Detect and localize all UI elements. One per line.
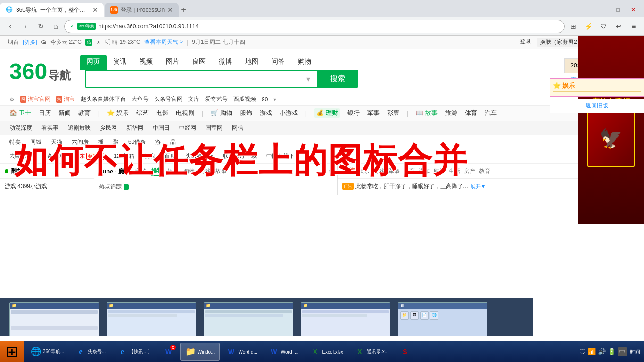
site-link-kanshi[interactable]: 看实事 bbox=[41, 124, 58, 132]
taskbar-item-news[interactable]: e 【快讯...】 bbox=[112, 343, 157, 361]
preview-e-drive[interactable]: 📁 文档 (E:) bbox=[204, 302, 293, 336]
preview-f-drive[interactable]: 📁 娱乐 (F:) bbox=[301, 302, 390, 336]
close-button[interactable]: ✕ bbox=[626, 5, 640, 15]
maximize-button[interactable]: □ bbox=[611, 5, 625, 15]
extensions-button[interactable]: ⊞ bbox=[567, 20, 580, 33]
quick-iqiyi[interactable]: 爱奇艺号 bbox=[205, 95, 228, 103]
forecast-link[interactable]: 查看本周天气 > bbox=[144, 38, 183, 46]
menu-button[interactable]: ≡ bbox=[627, 20, 640, 33]
nav-tv[interactable]: 电视剧 bbox=[176, 109, 194, 117]
search-tab-weibo[interactable]: 微博 bbox=[212, 55, 239, 70]
tray-battery-icon[interactable]: 🔋 bbox=[608, 348, 616, 355]
refresh-button[interactable]: ↻ bbox=[34, 20, 47, 33]
panel-cube-item[interactable]: 热点追踪 + bbox=[99, 183, 332, 191]
taskbar-item-toutiao[interactable]: e 头条号... bbox=[70, 343, 111, 361]
start-button[interactable]: ⊞ bbox=[0, 341, 24, 362]
taskbar-item-sogou[interactable]: S bbox=[395, 343, 415, 361]
preview-c-drive[interactable]: 📁 系统 (C:) bbox=[9, 302, 99, 336]
quick-90[interactable]: 90 bbox=[262, 96, 268, 103]
nav-calendar[interactable]: 日历 bbox=[39, 109, 51, 117]
site-link-dongman[interactable]: 动漫深度 bbox=[9, 124, 32, 132]
site-link-wangxin[interactable]: 网信 bbox=[232, 124, 243, 132]
taskbar-item-excel1[interactable]: X Excel.xlsx bbox=[305, 343, 348, 361]
settings-icon[interactable]: ⚙ bbox=[9, 96, 15, 103]
taskbar-item-explorer[interactable]: 📁 Windo... bbox=[180, 343, 220, 361]
nav-variety[interactable]: 综艺 bbox=[136, 109, 149, 117]
site-link-zhongguo[interactable]: 中国日 bbox=[153, 124, 170, 132]
forward-button[interactable]: › bbox=[19, 20, 32, 33]
nav-education[interactable]: 教育 bbox=[78, 109, 91, 117]
tray-shield-icon[interactable]: 🛡 bbox=[579, 348, 586, 355]
sidebar-return-old[interactable]: 返回旧版 bbox=[550, 99, 644, 113]
quick-taobao-official[interactable]: 网 淘宝官网 bbox=[20, 95, 50, 103]
nav-home[interactable]: 🏠 卫士 bbox=[9, 109, 31, 117]
switch-link[interactable]: [切换] bbox=[23, 38, 37, 46]
nav-bank[interactable]: 银行 bbox=[347, 109, 360, 117]
site-link-xianmin[interactable]: 乡民网 bbox=[100, 124, 117, 132]
lightning-button[interactable]: ⚡ bbox=[582, 20, 595, 33]
tab-active[interactable]: 🌐 360导航_一个主页，整个世界 ✕ bbox=[0, 3, 104, 17]
add-tab-button[interactable]: + bbox=[181, 5, 186, 16]
search-dropdown-button[interactable]: ▾ bbox=[300, 70, 317, 88]
nav-game[interactable]: 游戏 bbox=[260, 109, 272, 117]
minimize-button[interactable]: ─ bbox=[596, 5, 610, 15]
search-tab-video[interactable]: 视频 bbox=[133, 55, 159, 70]
taskbar-item-word1[interactable]: W Word.d... bbox=[221, 343, 262, 361]
nav-lottery[interactable]: 彩票 bbox=[387, 109, 399, 117]
nav-minigame[interactable]: 小游戏 bbox=[280, 109, 298, 117]
quick-toutiao-media[interactable]: 趣头条自媒体平台 bbox=[81, 95, 126, 103]
right-game-ad[interactable]: 弈神免费领 🦅 bbox=[578, 36, 644, 224]
search-tab-news[interactable]: 资讯 bbox=[107, 55, 133, 70]
nav-sports[interactable]: 体育 bbox=[465, 109, 477, 117]
search-tab-shop[interactable]: 购物 bbox=[291, 55, 318, 70]
search-tab-qa[interactable]: 问答 bbox=[265, 55, 291, 70]
back-button[interactable]: ‹ bbox=[4, 20, 17, 33]
nav-military[interactable]: 军事 bbox=[367, 109, 380, 117]
quick-taobao[interactable]: 淘 淘宝 bbox=[56, 95, 75, 103]
search-tab-map[interactable]: 地图 bbox=[239, 55, 265, 70]
quick-dayu[interactable]: 大鱼号 bbox=[132, 95, 149, 103]
nav-movie[interactable]: 电影 bbox=[156, 109, 168, 117]
rec-tab-education[interactable]: 教育 bbox=[479, 167, 490, 175]
nav-fashion[interactable]: 服饰 bbox=[240, 109, 252, 117]
search-tab-medicine[interactable]: 良医 bbox=[186, 55, 212, 70]
site-link-xinhua[interactable]: 新华网 bbox=[126, 124, 143, 132]
nav-car[interactable]: 汽车 bbox=[485, 109, 497, 117]
nav-news[interactable]: 新闻 bbox=[58, 109, 71, 117]
panel-kuzhan-item[interactable]: 游戏·4399小游戏 bbox=[5, 182, 89, 190]
quick-xigua[interactable]: 西瓜视频 bbox=[233, 95, 256, 103]
more-icon[interactable]: ▾ bbox=[273, 96, 276, 103]
search-tab-image[interactable]: 图片 bbox=[159, 55, 186, 70]
quick-toutiao-official[interactable]: 头条号官网 bbox=[154, 95, 182, 103]
site-link-zhongjing[interactable]: 中经网 bbox=[179, 124, 196, 132]
address-bar[interactable]: ✓ 360导航 https://hao.360.com/?a10010.0.90… bbox=[64, 20, 565, 33]
taskbar-item-360nav[interactable]: 🌐 360导航... bbox=[25, 343, 69, 361]
system-clock[interactable]: 时间 bbox=[630, 348, 640, 355]
search-button[interactable]: 搜索 bbox=[317, 70, 358, 88]
site-link-zhuiju[interactable]: 追剧放映 bbox=[68, 124, 91, 132]
ime-indicator[interactable]: 中 bbox=[618, 347, 627, 356]
login-link[interactable]: 登录 bbox=[520, 38, 531, 47]
taskbar-item-word2[interactable]: W Word_... bbox=[264, 343, 304, 361]
taskbar-item-excel2[interactable]: X 通讯录.x... bbox=[349, 343, 394, 361]
panel-rec-ad[interactable]: 广告 此物常吃，肝干净了，睡眠好了，三高降了… 展开▼ bbox=[342, 182, 576, 190]
search-input[interactable] bbox=[85, 70, 300, 88]
tab-close-2[interactable]: ✕ bbox=[167, 6, 173, 14]
tray-network-icon[interactable]: 📶 bbox=[588, 348, 596, 355]
undo-button[interactable]: ↩ bbox=[612, 20, 625, 33]
tray-volume-icon[interactable]: 🔊 bbox=[598, 348, 606, 355]
preview-d-drive[interactable]: 📁 软件 (D:) bbox=[107, 302, 196, 336]
preview-desktop[interactable]: 🖥 📁 🖼 📄 🌐 桌面 bbox=[398, 302, 487, 336]
sidebar-entertainment[interactable]: ⭐ 娱乐 bbox=[550, 78, 644, 97]
tab-close-1[interactable]: ✕ bbox=[92, 6, 98, 14]
quick-library[interactable]: 文库 bbox=[188, 95, 199, 103]
nav-shop[interactable]: 🛒 购物 bbox=[211, 109, 232, 117]
site-link-guoshi[interactable]: 国室网 bbox=[206, 124, 223, 132]
search-tab-webpage[interactable]: 网页 bbox=[80, 55, 107, 70]
nav-story[interactable]: 📖 故事 bbox=[416, 109, 438, 117]
nav-entertainment[interactable]: ⭐ 娱乐 bbox=[107, 109, 129, 117]
nav-finance[interactable]: 💰 理财 bbox=[314, 108, 340, 118]
tab-inactive[interactable]: On 登录 | ProcessOn ✕ bbox=[105, 3, 179, 17]
nav-travel[interactable]: 旅游 bbox=[445, 109, 457, 117]
home-button[interactable]: ⌂ bbox=[49, 20, 62, 33]
